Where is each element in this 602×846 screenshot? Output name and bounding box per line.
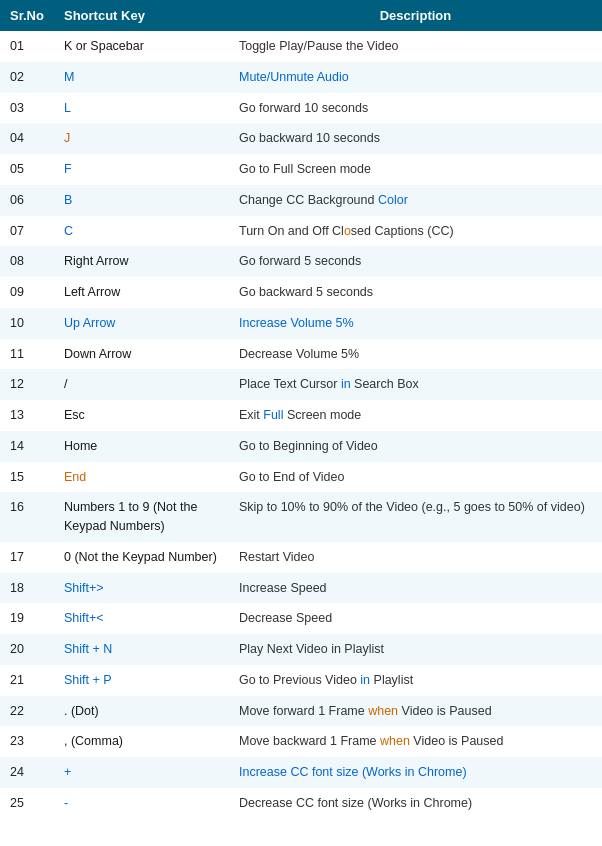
cell-description: Toggle Play/Pause the Video (229, 31, 602, 62)
cell-srno: 04 (0, 123, 54, 154)
cell-shortcut-key: Shift+< (54, 603, 229, 634)
cell-description: Restart Video (229, 542, 602, 573)
shortcut-keys-table: Sr.No Shortcut Key Description 01K or Sp… (0, 0, 602, 819)
table-row: 09Left ArrowGo backward 5 seconds (0, 277, 602, 308)
cell-description: Skip to 10% to 90% of the Video (e.g., 5… (229, 492, 602, 542)
cell-description: Go backward 5 seconds (229, 277, 602, 308)
cell-srno: 03 (0, 93, 54, 124)
cell-description: Play Next Video in Playlist (229, 634, 602, 665)
cell-description: Move backward 1 Frame when Video is Paus… (229, 726, 602, 757)
cell-description: Move forward 1 Frame when Video is Pause… (229, 696, 602, 727)
table-row: 05FGo to Full Screen mode (0, 154, 602, 185)
cell-srno: 23 (0, 726, 54, 757)
cell-shortcut-key: M (54, 62, 229, 93)
table-row: 12/Place Text Cursor in Search Box (0, 369, 602, 400)
cell-srno: 05 (0, 154, 54, 185)
cell-description: Go backward 10 seconds (229, 123, 602, 154)
table-row: 13EscExit Full Screen mode (0, 400, 602, 431)
table-row: 25-Decrease CC font size (Works in Chrom… (0, 788, 602, 819)
cell-description: Increase CC font size (Works in Chrome) (229, 757, 602, 788)
cell-srno: 15 (0, 462, 54, 493)
cell-shortcut-key: L (54, 93, 229, 124)
table-row: 15EndGo to End of Video (0, 462, 602, 493)
cell-shortcut-key: Shift+> (54, 573, 229, 604)
cell-description: Place Text Cursor in Search Box (229, 369, 602, 400)
table-row: 14HomeGo to Beginning of Video (0, 431, 602, 462)
cell-srno: 01 (0, 31, 54, 62)
cell-description: Turn On and Off Closed Captions (CC) (229, 216, 602, 247)
cell-shortcut-key: + (54, 757, 229, 788)
cell-description: Change CC Background Color (229, 185, 602, 216)
cell-shortcut-key: Left Arrow (54, 277, 229, 308)
table-row: 06BChange CC Background Color (0, 185, 602, 216)
cell-srno: 25 (0, 788, 54, 819)
cell-srno: 09 (0, 277, 54, 308)
cell-srno: 08 (0, 246, 54, 277)
cell-shortcut-key: Shift + N (54, 634, 229, 665)
cell-srno: 06 (0, 185, 54, 216)
cell-shortcut-key: Right Arrow (54, 246, 229, 277)
table-row: 24+Increase CC font size (Works in Chrom… (0, 757, 602, 788)
table-row: 07CTurn On and Off Closed Captions (CC) (0, 216, 602, 247)
cell-srno: 18 (0, 573, 54, 604)
col-header-description: Description (229, 0, 602, 31)
cell-srno: 10 (0, 308, 54, 339)
cell-description: Go to End of Video (229, 462, 602, 493)
cell-shortcut-key: End (54, 462, 229, 493)
table-row: 22. (Dot)Move forward 1 Frame when Video… (0, 696, 602, 727)
cell-description: Increase Volume 5% (229, 308, 602, 339)
cell-shortcut-key: Home (54, 431, 229, 462)
cell-description: Go forward 5 seconds (229, 246, 602, 277)
cell-description: Go forward 10 seconds (229, 93, 602, 124)
table-row: 21Shift + PGo to Previous Video in Playl… (0, 665, 602, 696)
cell-srno: 16 (0, 492, 54, 542)
cell-shortcut-key: Esc (54, 400, 229, 431)
cell-shortcut-key: Numbers 1 to 9 (Not the Keypad Numbers) (54, 492, 229, 542)
cell-srno: 12 (0, 369, 54, 400)
cell-description: Go to Previous Video in Playlist (229, 665, 602, 696)
cell-shortcut-key: K or Spacebar (54, 31, 229, 62)
table-row: 08Right ArrowGo forward 5 seconds (0, 246, 602, 277)
cell-shortcut-key: Down Arrow (54, 339, 229, 370)
cell-shortcut-key: / (54, 369, 229, 400)
table-row: 02MMute/Unmute Audio (0, 62, 602, 93)
cell-shortcut-key: 0 (Not the Keypad Number) (54, 542, 229, 573)
table-row: 19Shift+<Decrease Speed (0, 603, 602, 634)
cell-shortcut-key: C (54, 216, 229, 247)
cell-shortcut-key: B (54, 185, 229, 216)
table-row: 03LGo forward 10 seconds (0, 93, 602, 124)
cell-srno: 11 (0, 339, 54, 370)
cell-shortcut-key: - (54, 788, 229, 819)
cell-shortcut-key: J (54, 123, 229, 154)
cell-srno: 21 (0, 665, 54, 696)
cell-description: Exit Full Screen mode (229, 400, 602, 431)
cell-description: Decrease Speed (229, 603, 602, 634)
cell-description: Decrease Volume 5% (229, 339, 602, 370)
cell-description: Increase Speed (229, 573, 602, 604)
table-row: 04JGo backward 10 seconds (0, 123, 602, 154)
cell-description: Decrease CC font size (Works in Chrome) (229, 788, 602, 819)
cell-srno: 02 (0, 62, 54, 93)
cell-description: Mute/Unmute Audio (229, 62, 602, 93)
cell-shortcut-key: Shift + P (54, 665, 229, 696)
col-header-srno: Sr.No (0, 0, 54, 31)
cell-srno: 13 (0, 400, 54, 431)
cell-srno: 17 (0, 542, 54, 573)
cell-srno: 22 (0, 696, 54, 727)
cell-shortcut-key: , (Comma) (54, 726, 229, 757)
cell-description: Go to Beginning of Video (229, 431, 602, 462)
cell-srno: 24 (0, 757, 54, 788)
table-row: 10Up ArrowIncrease Volume 5% (0, 308, 602, 339)
table-row: 18Shift+>Increase Speed (0, 573, 602, 604)
cell-srno: 14 (0, 431, 54, 462)
cell-srno: 20 (0, 634, 54, 665)
table-row: 23, (Comma)Move backward 1 Frame when Vi… (0, 726, 602, 757)
table-row: 20Shift + NPlay Next Video in Playlist (0, 634, 602, 665)
cell-description: Go to Full Screen mode (229, 154, 602, 185)
table-row: 01K or SpacebarToggle Play/Pause the Vid… (0, 31, 602, 62)
cell-shortcut-key: . (Dot) (54, 696, 229, 727)
cell-shortcut-key: Up Arrow (54, 308, 229, 339)
cell-srno: 07 (0, 216, 54, 247)
cell-srno: 19 (0, 603, 54, 634)
table-row: 16Numbers 1 to 9 (Not the Keypad Numbers… (0, 492, 602, 542)
